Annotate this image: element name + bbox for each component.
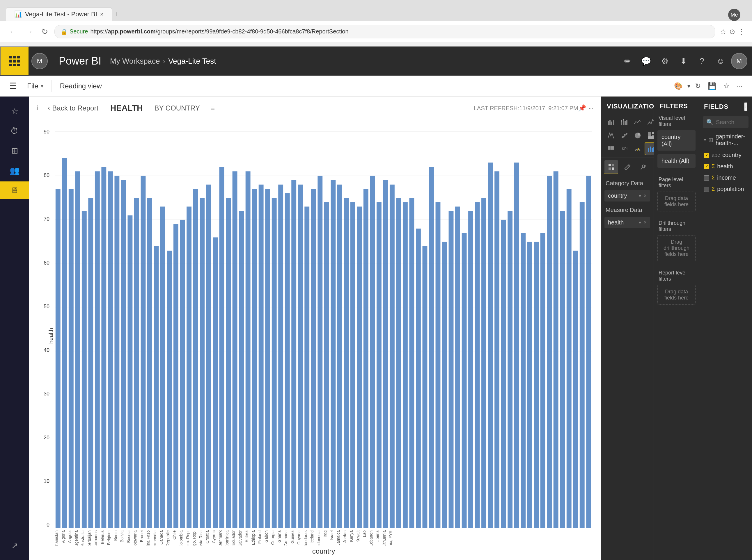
- svg-text:KPI: KPI: [622, 147, 628, 151]
- edit-button[interactable]: ✏: [619, 53, 636, 69]
- svg-rect-34: [213, 237, 218, 528]
- svg-rect-76: [488, 162, 493, 528]
- field-health[interactable]: Σ health: [699, 161, 752, 172]
- field-country-checkbox[interactable]: [704, 153, 709, 158]
- svg-text:Guinea: Guinea: [290, 531, 295, 543]
- svg-text:Afghanistan: Afghanistan: [54, 531, 59, 545]
- field-country[interactable]: abc country: [699, 149, 752, 161]
- hamburger-menu-button[interactable]: ☰: [7, 79, 19, 93]
- save-button[interactable]: 💾: [706, 80, 719, 93]
- category-dropdown-arrow[interactable]: ▾: [639, 193, 641, 199]
- sidebar-expand-button[interactable]: ↗: [6, 537, 23, 554]
- page-level-filters-label: Page level filters: [654, 174, 699, 190]
- field-population[interactable]: Σ population: [699, 183, 752, 195]
- svg-text:Bolivia: Bolivia: [120, 531, 124, 542]
- pin-button[interactable]: 📌: [578, 104, 586, 112]
- measure-dropdown-arrow[interactable]: ▾: [639, 220, 641, 225]
- viz-gauge[interactable]: [631, 142, 644, 155]
- field-income-checkbox[interactable]: [704, 175, 709, 181]
- viz-ribbon[interactable]: [604, 129, 617, 142]
- fields-search-box[interactable]: 🔍: [703, 116, 749, 128]
- svg-rect-41: [259, 185, 264, 528]
- viz-scatter[interactable]: [618, 129, 631, 142]
- svg-rect-80: [514, 162, 519, 528]
- svg-rect-67: [429, 167, 434, 528]
- breadcrumb: My Workspace › Vega-Lite Test: [110, 57, 216, 66]
- svg-text:Botswana: Botswana: [133, 531, 137, 545]
- bookmark-button[interactable]: ☆: [720, 27, 726, 36]
- format-tab-button[interactable]: [620, 160, 634, 174]
- reading-view-label: Reading view: [56, 80, 105, 93]
- emoji-button[interactable]: ☺: [712, 53, 729, 69]
- nav-back-button[interactable]: ←: [7, 25, 19, 38]
- svg-text:Ecuador: Ecuador: [231, 531, 236, 545]
- viz-stacked-bar[interactable]: [618, 116, 631, 128]
- nav-forward-button[interactable]: →: [23, 25, 35, 38]
- address-input[interactable]: 🔒 Secure https://app.powerbi.com/groups/…: [54, 25, 715, 38]
- health-filter[interactable]: health (All): [657, 154, 696, 168]
- new-tab-button[interactable]: +: [112, 7, 122, 21]
- profile-circle[interactable]: M: [731, 53, 747, 69]
- svg-rect-44: [278, 185, 283, 528]
- fields-tab-button[interactable]: [604, 160, 618, 174]
- viz-area-chart[interactable]: [631, 116, 644, 128]
- browser-profile[interactable]: Me: [728, 9, 740, 21]
- field-income[interactable]: Σ income: [699, 172, 752, 183]
- analytics-tab-button[interactable]: [636, 160, 650, 174]
- sidebar-item-apps[interactable]: ⊞: [6, 142, 23, 159]
- help-button[interactable]: ?: [694, 53, 710, 69]
- waffle-button[interactable]: [0, 46, 29, 76]
- sidebar-item-workspace[interactable]: 🖥: [0, 181, 29, 199]
- viz-kpi[interactable]: KPI: [618, 142, 631, 155]
- chat-button[interactable]: 💬: [638, 53, 654, 69]
- viz-custom-visual[interactable]: [644, 142, 654, 155]
- back-to-report-button[interactable]: ‹ Back to Report: [43, 102, 103, 115]
- fields-search-input[interactable]: [716, 119, 752, 126]
- sidebar-item-favorites[interactable]: ☆: [6, 102, 23, 120]
- dataset-header[interactable]: ▾ ⊞ gapminder-health-...: [699, 130, 752, 149]
- tab-close-button[interactable]: ×: [100, 11, 103, 18]
- measure-remove-button[interactable]: ×: [643, 220, 647, 226]
- header-actions: 📌 ···: [578, 104, 594, 112]
- nav-refresh-button[interactable]: ↻: [40, 25, 50, 38]
- settings-button[interactable]: ⚙: [657, 53, 673, 69]
- viz-line-chart[interactable]: [644, 116, 654, 128]
- svg-text:Ghana: Ghana: [277, 531, 282, 543]
- svg-rect-30: [187, 206, 192, 528]
- field-population-icon: Σ: [712, 186, 715, 192]
- user-avatar[interactable]: M: [32, 53, 48, 69]
- viz-pie[interactable]: [631, 129, 644, 142]
- svg-text:Barbados: Barbados: [93, 531, 98, 545]
- field-health-checkbox[interactable]: [704, 164, 709, 169]
- file-menu[interactable]: File ▾: [23, 80, 47, 93]
- more-options-button[interactable]: ···: [735, 80, 745, 93]
- more-button[interactable]: ⋮: [738, 27, 745, 36]
- active-tab[interactable]: 📊 Vega-Lite Test - Power BI ×: [6, 7, 112, 21]
- field-population-checkbox[interactable]: [704, 187, 709, 192]
- svg-rect-73: [468, 211, 473, 528]
- theme-button[interactable]: 🎨: [672, 80, 685, 93]
- app-title: Power BI: [50, 55, 110, 67]
- svg-rect-57: [364, 189, 368, 528]
- fields-panel-collapse[interactable]: ›: [744, 102, 747, 111]
- breadcrumb-workspace[interactable]: My Workspace: [110, 57, 160, 66]
- viz-treemap[interactable]: [644, 129, 654, 142]
- viz-icons-grid: KPI ···: [601, 114, 654, 158]
- category-remove-button[interactable]: ×: [643, 193, 647, 199]
- svg-text:Costa Rica: Costa Rica: [198, 531, 203, 545]
- ellipsis-button[interactable]: ···: [589, 104, 594, 112]
- github-button[interactable]: ⊙: [729, 27, 735, 36]
- svg-rect-69: [442, 242, 447, 528]
- favorite-button[interactable]: ☆: [721, 80, 732, 93]
- refresh-button[interactable]: ↻: [693, 80, 703, 93]
- download-button[interactable]: ⬇: [675, 53, 692, 69]
- svg-point-155: [651, 123, 652, 124]
- svg-text:Bosnia: Bosnia: [126, 531, 131, 543]
- viz-bar-chart[interactable]: [604, 116, 617, 128]
- sidebar-item-shared[interactable]: 👥: [6, 162, 23, 179]
- svg-rect-42: [265, 189, 270, 528]
- viz-matrix[interactable]: [604, 142, 617, 155]
- sidebar-item-recent[interactable]: ⏱: [6, 122, 23, 140]
- svg-rect-35: [219, 167, 224, 528]
- country-filter[interactable]: country (All): [657, 130, 696, 151]
